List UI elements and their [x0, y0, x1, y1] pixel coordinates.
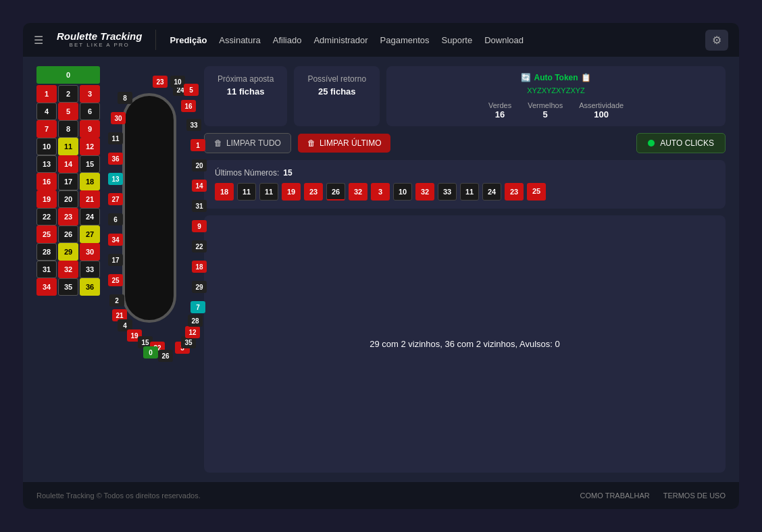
wheel-number-25[interactable]: 25: [108, 274, 123, 286]
wheel-number-31[interactable]: 31: [192, 200, 207, 212]
footer-termos[interactable]: TERMOS DE USO: [663, 491, 726, 500]
grid-cell-16[interactable]: 16: [36, 173, 57, 190]
grid-cell-10[interactable]: 10: [36, 138, 57, 155]
nav-administrador[interactable]: Administrador: [313, 35, 367, 45]
settings-button[interactable]: ⚙: [705, 30, 728, 51]
grid-cell-18[interactable]: 18: [80, 173, 100, 190]
grid-cell-12[interactable]: 12: [80, 138, 100, 155]
last-number-1[interactable]: 11: [237, 183, 256, 201]
wheel-number-14[interactable]: 14: [192, 180, 207, 192]
wheel-number-1[interactable]: 1: [190, 139, 205, 151]
grid-cell-23[interactable]: 23: [58, 208, 78, 225]
wheel-number-2[interactable]: 2: [109, 294, 124, 307]
grid-cell-32[interactable]: 32: [58, 261, 78, 278]
grid-cell-26[interactable]: 26: [58, 225, 78, 243]
grid-cell-22[interactable]: 22: [36, 208, 57, 225]
wheel-number-18[interactable]: 18: [192, 261, 207, 273]
grid-cell-3[interactable]: 3: [80, 85, 100, 103]
grid-cell-2[interactable]: 2: [58, 85, 78, 103]
grid-cell-30[interactable]: 30: [80, 243, 100, 261]
grid-cell-24[interactable]: 24: [80, 208, 100, 225]
last-number-8[interactable]: 10: [393, 183, 412, 201]
last-number-0[interactable]: 18: [215, 183, 234, 201]
last-number-6[interactable]: 32: [349, 183, 367, 201]
grid-cell-36[interactable]: 36: [80, 278, 100, 296]
grid-cell-9[interactable]: 9: [80, 120, 100, 138]
grid-cell-25[interactable]: 25: [36, 225, 57, 243]
grid-row: 343536: [36, 278, 100, 296]
wheel-number-29[interactable]: 29: [192, 281, 207, 293]
last-number-10[interactable]: 33: [438, 183, 457, 201]
grid-cell-14[interactable]: 14: [58, 155, 78, 173]
wheel-number-22[interactable]: 22: [192, 240, 207, 252]
cell-zero[interactable]: 0: [36, 66, 100, 84]
wheel-number-33[interactable]: 33: [186, 119, 201, 131]
wheel-number-10[interactable]: 10: [170, 76, 185, 88]
wheel-number-23[interactable]: 23: [153, 76, 168, 88]
last-number-9[interactable]: 32: [415, 183, 434, 201]
grid-cell-33[interactable]: 33: [80, 261, 100, 278]
wheel-number-17[interactable]: 17: [108, 254, 123, 266]
wheel-number-16[interactable]: 16: [181, 100, 196, 112]
wheel-number-8[interactable]: 8: [118, 92, 132, 104]
wheel-number-26[interactable]: 26: [158, 350, 173, 362]
grid-cell-35[interactable]: 35: [58, 278, 78, 296]
nav-suporte[interactable]: Suporte: [442, 35, 473, 45]
grid-cell-27[interactable]: 27: [80, 225, 100, 243]
grid-cell-8[interactable]: 8: [58, 120, 78, 138]
last-number-2[interactable]: 11: [259, 183, 278, 201]
grid-cell-11[interactable]: 11: [58, 138, 78, 155]
grid-cell-1[interactable]: 1: [36, 85, 57, 103]
grid-cell-7[interactable]: 7: [36, 120, 57, 138]
wheel-number-9[interactable]: 9: [192, 220, 207, 232]
wheel-number-11[interactable]: 11: [108, 132, 123, 144]
zero-row: 0: [36, 66, 100, 84]
nav-assinatura[interactable]: Assinatura: [219, 35, 260, 45]
grid-cell-4[interactable]: 4: [36, 103, 57, 120]
wheel-number-6[interactable]: 6: [108, 213, 123, 225]
last-number-13[interactable]: 23: [505, 183, 524, 201]
grid-cell-31[interactable]: 31: [36, 261, 57, 278]
nav-afiliado[interactable]: Afiliado: [273, 35, 302, 45]
grid-cell-21[interactable]: 21: [80, 190, 100, 208]
grid-cell-13[interactable]: 13: [36, 155, 57, 173]
clear-all-button[interactable]: 🗑 LIMPAR TUDO: [204, 133, 291, 153]
last-number-14[interactable]: 25: [527, 183, 546, 201]
wheel-number-28[interactable]: 28: [188, 315, 203, 327]
clear-last-button[interactable]: 🗑 LIMPAR ÚLTIMO: [298, 134, 391, 153]
wheel-number-5[interactable]: 5: [184, 84, 199, 96]
last-number-4[interactable]: 23: [304, 183, 323, 201]
wheel-number-12[interactable]: 12: [185, 326, 200, 338]
nav-download[interactable]: Download: [484, 35, 524, 45]
grid-cell-29[interactable]: 29: [58, 243, 78, 261]
auto-stats: Verdes 16 Vermelhos 5 Assertividade 100: [488, 101, 624, 119]
auto-clicks-button[interactable]: AUTO CLICKS: [636, 133, 726, 153]
nav-predicao[interactable]: Predição: [170, 35, 207, 45]
grid-cell-17[interactable]: 17: [58, 173, 78, 190]
wheel-number-0[interactable]: 0: [143, 346, 158, 358]
wheel-number-34[interactable]: 34: [108, 234, 123, 246]
grid-cell-15[interactable]: 15: [80, 155, 100, 173]
last-number-3[interactable]: 19: [282, 183, 301, 201]
grid-cell-34[interactable]: 34: [36, 278, 57, 296]
grid-cell-28[interactable]: 28: [36, 243, 57, 261]
wheel-number-13[interactable]: 13: [108, 173, 123, 185]
wheel-number-30[interactable]: 30: [111, 112, 126, 124]
last-number-12[interactable]: 24: [482, 183, 501, 201]
wheel-number-20[interactable]: 20: [192, 159, 207, 171]
last-number-5[interactable]: 26: [326, 183, 345, 201]
grid-cell-19[interactable]: 19: [36, 190, 57, 208]
last-number-11[interactable]: 11: [460, 183, 479, 201]
wheel-number-36[interactable]: 36: [108, 153, 123, 165]
grid-cell-20[interactable]: 20: [58, 190, 78, 208]
footer-como-trabalhar[interactable]: COMO TRABALHAR: [580, 491, 650, 500]
nav-pagamentos[interactable]: Pagamentos: [380, 35, 430, 45]
wheel-number-27[interactable]: 27: [108, 193, 123, 205]
hamburger-icon[interactable]: ☰: [34, 34, 43, 47]
wheel-number-7[interactable]: 7: [190, 301, 205, 313]
grid-cell-6[interactable]: 6: [80, 103, 100, 120]
last-numbers-section: Últimos Números: 15 18111119232632310323…: [204, 160, 726, 209]
last-number-7[interactable]: 3: [371, 183, 390, 201]
copy-icon[interactable]: 📋: [581, 73, 591, 82]
grid-cell-5[interactable]: 5: [58, 103, 78, 120]
